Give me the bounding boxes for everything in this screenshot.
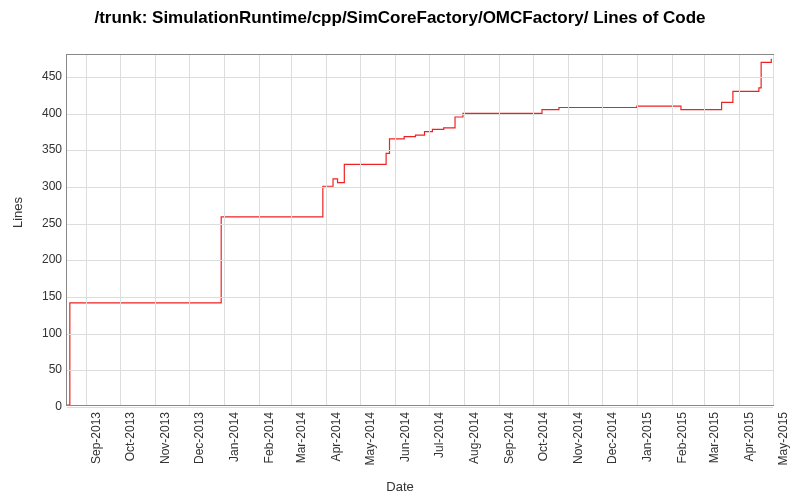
line-series — [67, 55, 773, 405]
chart-container: Lines Date 050100150200250300350400450Se… — [0, 48, 800, 500]
gridline-v — [533, 55, 534, 405]
gridline-v — [672, 55, 673, 405]
x-tick-label: Feb-2014 — [262, 412, 276, 463]
gridline-h — [67, 334, 773, 335]
gridline-v — [637, 55, 638, 405]
x-tick-label: Mar-2014 — [294, 412, 308, 463]
gridline-v — [395, 55, 396, 405]
x-tick-label: Apr-2015 — [742, 412, 756, 461]
gridline-v — [602, 55, 603, 405]
gridline-v — [464, 55, 465, 405]
plot-area — [66, 54, 774, 406]
x-tick-label: Dec-2013 — [192, 412, 206, 464]
x-tick-label: May-2015 — [776, 412, 790, 465]
gridline-v — [499, 55, 500, 405]
y-tick-label: 100 — [22, 326, 62, 340]
x-tick-label: Jun-2014 — [398, 412, 412, 462]
gridline-h — [67, 370, 773, 371]
y-tick-label: 0 — [22, 399, 62, 413]
y-tick-label: 450 — [22, 69, 62, 83]
y-tick-label: 350 — [22, 142, 62, 156]
gridline-v — [429, 55, 430, 405]
x-tick-label: Jan-2014 — [227, 412, 241, 462]
x-tick-label: Mar-2015 — [707, 412, 721, 463]
y-tick-label: 300 — [22, 179, 62, 193]
y-tick-label: 250 — [22, 216, 62, 230]
x-tick-label: Oct-2014 — [536, 412, 550, 461]
gridline-h — [67, 187, 773, 188]
gridline-v — [259, 55, 260, 405]
gridline-h — [67, 224, 773, 225]
gridline-h — [67, 260, 773, 261]
x-tick-label: Apr-2014 — [329, 412, 343, 461]
gridline-h — [67, 150, 773, 151]
y-tick-label: 50 — [22, 362, 62, 376]
x-tick-label: Nov-2014 — [571, 412, 585, 464]
gridline-v — [360, 55, 361, 405]
x-tick-label: May-2014 — [363, 412, 377, 465]
x-tick-label: Sep-2013 — [89, 412, 103, 464]
x-tick-label: Jul-2014 — [432, 412, 446, 458]
gridline-v — [739, 55, 740, 405]
y-tick-label: 200 — [22, 252, 62, 266]
x-tick-label: Sep-2014 — [502, 412, 516, 464]
gridline-h — [67, 77, 773, 78]
gridline-v — [326, 55, 327, 405]
x-tick-label: Feb-2015 — [675, 412, 689, 463]
x-axis-label: Date — [0, 479, 800, 494]
gridline-v — [568, 55, 569, 405]
gridline-v — [773, 55, 774, 405]
gridline-v — [86, 55, 87, 405]
gridline-h — [67, 297, 773, 298]
gridline-v — [189, 55, 190, 405]
x-tick-label: Aug-2014 — [467, 412, 481, 464]
gridline-v — [224, 55, 225, 405]
y-tick-label: 150 — [22, 289, 62, 303]
x-tick-label: Jan-2015 — [640, 412, 654, 462]
x-tick-label: Oct-2013 — [123, 412, 137, 461]
x-tick-label: Dec-2014 — [605, 412, 619, 464]
gridline-h — [67, 407, 773, 408]
gridline-v — [120, 55, 121, 405]
x-tick-label: Nov-2013 — [158, 412, 172, 464]
gridline-v — [155, 55, 156, 405]
gridline-h — [67, 114, 773, 115]
chart-title: /trunk: SimulationRuntime/cpp/SimCoreFac… — [0, 0, 800, 28]
y-tick-label: 400 — [22, 106, 62, 120]
gridline-v — [704, 55, 705, 405]
gridline-v — [291, 55, 292, 405]
